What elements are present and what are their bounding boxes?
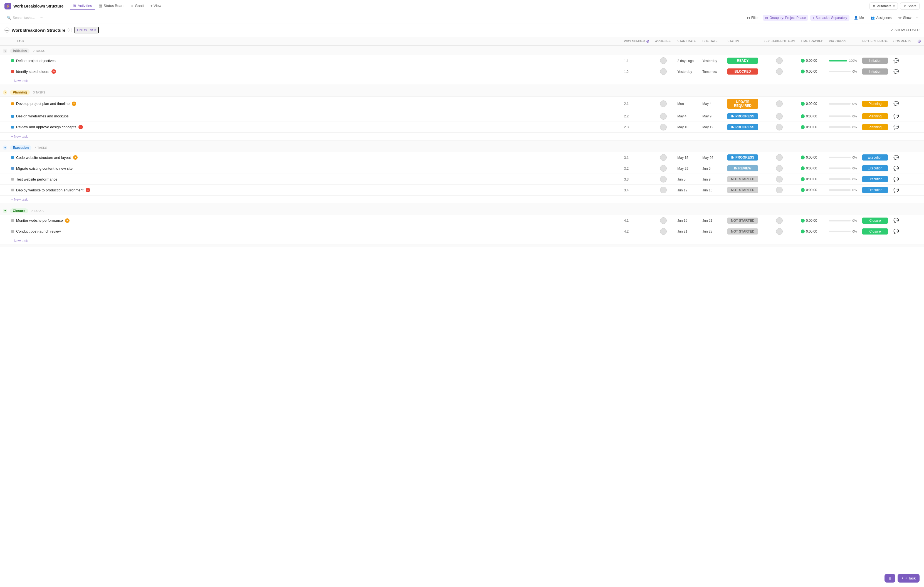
- comment-icon[interactable]: 💬: [893, 166, 899, 171]
- progress-percent: 0%: [852, 102, 857, 106]
- progress-percent: 0%: [852, 115, 857, 118]
- avatar[interactable]: [660, 217, 667, 224]
- status-badge[interactable]: NOT STARTED: [728, 228, 758, 235]
- task-name: Define project objectives: [16, 59, 56, 63]
- wbs-info-icon[interactable]: i: [68, 28, 72, 32]
- new-task-link[interactable]: + New task: [11, 79, 28, 83]
- progress-bar-wrap: 0%: [829, 102, 857, 106]
- time-value: 0:00:00: [806, 69, 817, 73]
- table-row[interactable]: Review and approve design concepts ⛔ 2.3…: [0, 122, 924, 132]
- avatar[interactable]: [660, 176, 667, 182]
- show-button[interactable]: 👁 Show: [896, 15, 914, 21]
- comment-icon[interactable]: 💬: [893, 114, 899, 119]
- avatar[interactable]: [660, 165, 667, 172]
- status-badge[interactable]: NOT STARTED: [728, 176, 758, 182]
- blocked-badge: ⛔: [86, 188, 90, 192]
- avatar[interactable]: [660, 68, 667, 75]
- subtasks-button[interactable]: ↕ Subtasks: Separately: [810, 15, 849, 21]
- status-badge[interactable]: IN REVIEW: [728, 165, 758, 171]
- table-row[interactable]: Define project objectives 1.12 days agoY…: [0, 55, 924, 66]
- new-task-row-planning[interactable]: + New task: [0, 132, 924, 140]
- me-button[interactable]: 👤 Me: [852, 15, 866, 21]
- avatar[interactable]: [660, 113, 667, 120]
- avatar[interactable]: [660, 124, 667, 131]
- start-date: 2 days ago: [677, 59, 694, 63]
- comment-icon[interactable]: 💬: [893, 155, 899, 160]
- progress-bar-wrap: 0%: [829, 156, 857, 159]
- avatar[interactable]: [660, 154, 667, 161]
- status-badge[interactable]: BLOCKED: [728, 68, 758, 74]
- tab-status-board[interactable]: ▦ Status Board: [96, 2, 127, 10]
- due-date: Jun 9: [702, 177, 710, 181]
- share-button[interactable]: ↗ Share: [900, 3, 919, 10]
- new-task-link[interactable]: + New task: [11, 135, 28, 139]
- search-box[interactable]: 🔍 Search tasks...: [5, 15, 37, 21]
- avatar[interactable]: [660, 228, 667, 235]
- start-date: Jun 19: [677, 219, 687, 223]
- add-column-button[interactable]: ⊕: [914, 37, 924, 46]
- table-row[interactable]: Test website performance 3.3Jun 5Jun 9NO…: [0, 174, 924, 185]
- progress-bar: [829, 60, 847, 61]
- new-task-link[interactable]: + New task: [11, 197, 28, 202]
- stakeholder-avatar: [776, 165, 783, 172]
- group-by-button[interactable]: ⊞ Group by: Project Phase: [763, 15, 808, 21]
- avatar[interactable]: [660, 101, 667, 107]
- new-task-row-initiation[interactable]: + New task: [0, 77, 924, 85]
- blocked-badge: ⛔: [51, 69, 56, 74]
- wbs-column-plus[interactable]: ⊕: [646, 39, 650, 43]
- comment-icon[interactable]: 💬: [893, 125, 899, 129]
- stakeholder-avatar: [776, 176, 783, 182]
- wbs-number: 1.2: [624, 70, 629, 74]
- group-collapse-closure[interactable]: ▾: [3, 208, 7, 213]
- project-phase-column-header: PROJECT PHASE: [860, 37, 891, 46]
- new-task-row-closure[interactable]: + New task: [0, 237, 924, 245]
- main-content: TASK WBS NUMBER ⊕ ASSIGNEE START DATE DU…: [0, 37, 924, 258]
- table-row[interactable]: Deploy website to production environment…: [0, 185, 924, 195]
- table-row[interactable]: Identify stakeholders ⛔ 1.2YesterdayTomo…: [0, 66, 924, 77]
- status-badge[interactable]: IN PROGRESS: [728, 154, 758, 160]
- filter-button[interactable]: ⊟ Filter: [745, 15, 761, 21]
- more-options-icon[interactable]: ···: [40, 15, 43, 20]
- tab-gantt[interactable]: ≡ Gantt: [129, 2, 147, 10]
- comment-icon[interactable]: 💬: [893, 188, 899, 192]
- new-task-button[interactable]: + NEW TASK: [74, 27, 99, 33]
- status-badge[interactable]: NOT STARTED: [728, 218, 758, 224]
- group-collapse-planning[interactable]: ▾: [3, 90, 7, 94]
- wbs-number: 3.2: [624, 167, 629, 170]
- comment-icon[interactable]: 💬: [893, 69, 899, 74]
- group-header-initiation: ▾ Initiation 2 TASKS: [0, 46, 924, 55]
- new-task-row-execution[interactable]: + New task: [0, 195, 924, 203]
- comment-icon[interactable]: 💬: [893, 101, 899, 106]
- status-badge[interactable]: IN PROGRESS: [728, 113, 758, 119]
- group-collapse-initiation[interactable]: ▾: [3, 49, 7, 53]
- status-badge[interactable]: IN PROGRESS: [728, 124, 758, 130]
- group-collapse-execution[interactable]: ▾: [3, 146, 7, 150]
- more-toolbar-icon[interactable]: ···: [916, 15, 919, 20]
- avatar[interactable]: [660, 187, 667, 193]
- wbs-number: 3.3: [624, 177, 629, 181]
- show-closed-button[interactable]: ✓ SHOW CLOSED: [891, 28, 919, 32]
- comment-icon[interactable]: 💬: [893, 229, 899, 234]
- tab-view-add[interactable]: + View: [148, 2, 164, 10]
- due-date: May 12: [702, 125, 713, 129]
- status-badge[interactable]: NOT STARTED: [728, 187, 758, 193]
- automate-button[interactable]: ⚙ Automate ▾: [870, 3, 898, 10]
- table-row[interactable]: Code website structure and layout ☀ 3.1M…: [0, 152, 924, 163]
- new-task-link[interactable]: + New task: [11, 239, 28, 243]
- comment-icon[interactable]: 💬: [893, 218, 899, 223]
- status-badge[interactable]: UPDATE REQUIRED: [728, 99, 758, 109]
- comment-icon[interactable]: 💬: [893, 58, 899, 63]
- progress-bar-wrap: 100%: [829, 59, 857, 62]
- table-row[interactable]: Conduct post-launch review 4.2Jun 21Jun …: [0, 226, 924, 237]
- table-row[interactable]: Design wireframes and mockups 2.2May 4Ma…: [0, 111, 924, 122]
- assignees-button[interactable]: 👥 Assignees: [868, 15, 894, 21]
- table-row[interactable]: Monitor website performance ☀ 4.1Jun 19J…: [0, 215, 924, 226]
- wbs-collapse-button[interactable]: —: [5, 28, 10, 33]
- avatar[interactable]: [660, 57, 667, 64]
- table-row[interactable]: Develop project plan and timeline ☀ 2.1M…: [0, 96, 924, 111]
- start-date: May 4: [677, 114, 686, 118]
- status-badge[interactable]: READY: [728, 58, 758, 64]
- tab-activities[interactable]: ⊞ Activities: [70, 2, 94, 10]
- comment-icon[interactable]: 💬: [893, 177, 899, 182]
- table-row[interactable]: Migrate existing content to new site 3.2…: [0, 163, 924, 174]
